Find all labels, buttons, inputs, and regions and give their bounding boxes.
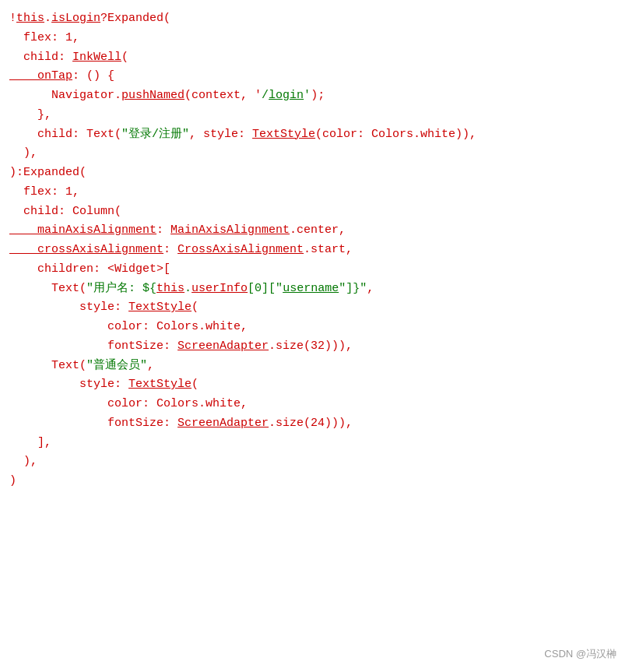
code-text: Text( [9, 359, 86, 372]
code-text: CrossAxisAlignment [177, 243, 304, 256]
code-line-10: flex: 1, [0, 183, 629, 202]
code-line-2: flex: 1, [0, 29, 629, 48]
code-line-6: }, [0, 106, 629, 125]
code-text: ):Expanded( [9, 166, 86, 179]
code-text: TextStyle [128, 378, 192, 391]
code-line-20: style: TextStyle( [0, 375, 629, 395]
code-text: userInfo [192, 282, 248, 295]
code-text: . [44, 12, 51, 25]
code-line-5: Navigator.pushNamed(context, '/login'); [0, 86, 629, 106]
code-text: flex: 1, [9, 31, 79, 44]
code-text: color: Colors.white, [9, 397, 248, 410]
code-text: ), [9, 146, 37, 160]
code-text: color: Colors.white, [9, 320, 248, 333]
code-text: TextStyle [128, 301, 192, 314]
code-text: mainAxisAlignment [9, 223, 156, 237]
code-text: ], [9, 436, 51, 449]
code-text: " [276, 282, 283, 295]
code-text: : () { [72, 69, 114, 83]
code-text: [0][ [248, 282, 276, 295]
code-line-17: color: Colors.white, [0, 318, 629, 337]
code-text: . [184, 282, 192, 295]
code-text: child: [9, 51, 72, 64]
code-line-9: ):Expanded( [0, 164, 629, 183]
code-line-15: Text("用户名: ${this.userInfo[0]["username"… [0, 280, 629, 299]
code-text: ( [121, 51, 128, 64]
code-text: ScreenAdapter [177, 417, 269, 430]
code-text: style: [9, 301, 128, 314]
code-text: child: Text( [9, 128, 121, 141]
code-line-24: ), [0, 452, 629, 472]
code-text: TextStyle [252, 128, 315, 141]
code-text: ' [304, 89, 311, 102]
code-line-3: child: InkWell( [0, 48, 629, 68]
code-line-25: ) [0, 472, 629, 491]
code-text: ! [9, 12, 16, 25]
code-text: "普通会员" [86, 359, 147, 372]
code-text: this [16, 12, 44, 25]
code-text: ); [311, 89, 325, 102]
code-line-21: color: Colors.white, [0, 395, 629, 414]
code-line-23: ], [0, 434, 629, 453]
code-text: Text( [9, 282, 86, 295]
code-text: ( [192, 301, 199, 314]
watermark: CSDN @冯汉榊 [544, 646, 617, 663]
code-text: ), [9, 455, 37, 468]
code-text: , style: [189, 128, 252, 141]
code-text: pushNamed [121, 89, 184, 102]
code-text: style: [9, 378, 128, 391]
code-text: "用户名: ${ [86, 282, 156, 295]
code-text: .size(24))), [269, 417, 353, 430]
code-text: }, [9, 108, 51, 121]
code-line-11: child: Column( [0, 202, 629, 222]
code-text: ) [9, 474, 16, 487]
code-line-18: fontSize: ScreenAdapter.size(32))), [0, 337, 629, 357]
code-text: flex: 1, [9, 185, 79, 199]
code-line-12: mainAxisAlignment: MainAxisAlignment.cen… [0, 221, 629, 241]
code-line-4: onTap: () { [0, 67, 629, 86]
code-text: login [269, 89, 304, 102]
code-text: ]}" [346, 282, 367, 295]
code-text: ScreenAdapter [177, 340, 269, 353]
code-text: Navigator. [9, 89, 121, 102]
code-container: !this.isLogin?Expanded( flex: 1, child: … [0, 0, 629, 672]
code-text: .size(32))), [269, 340, 353, 353]
code-line-7: child: Text("登录/注册", style: TextStyle(co… [0, 125, 629, 145]
code-line-1: !this.isLogin?Expanded( [0, 9, 629, 29]
code-text: MainAxisAlignment [170, 223, 290, 237]
code-text: (context, ' [184, 89, 262, 102]
code-line-14: children: <Widget>[ [0, 260, 629, 280]
code-text: .start, [304, 243, 353, 256]
code-text: : [163, 243, 177, 256]
code-line-13: crossAxisAlignment: CrossAxisAlignment.s… [0, 241, 629, 260]
code-text: crossAxisAlignment [9, 243, 163, 256]
code-text: ( [192, 378, 199, 391]
code-text: fontSize: [9, 417, 177, 430]
code-text: : [156, 223, 170, 237]
code-text: (color: Colors.white)), [315, 128, 476, 141]
code-line-16: style: TextStyle( [0, 298, 629, 318]
code-text: " [339, 282, 346, 295]
code-text: / [262, 89, 269, 102]
code-text: , [367, 282, 374, 295]
code-text: ?Expanded( [100, 12, 170, 25]
code-text: child: Column( [9, 205, 121, 218]
code-line-19: Text("普通会员", [0, 357, 629, 376]
code-text: , [147, 359, 154, 372]
code-text: username [283, 282, 339, 295]
code-text: onTap [9, 69, 72, 83]
code-line-22: fontSize: ScreenAdapter.size(24))), [0, 414, 629, 434]
code-text: fontSize: [9, 340, 177, 353]
code-text: isLogin [51, 12, 100, 25]
code-text: .center, [290, 223, 346, 237]
code-text: this [156, 282, 184, 295]
code-text: InkWell [72, 51, 121, 64]
code-text: "登录/注册" [121, 128, 189, 141]
code-line-8: ), [0, 144, 629, 164]
code-text: children: <Widget>[ [9, 262, 170, 276]
